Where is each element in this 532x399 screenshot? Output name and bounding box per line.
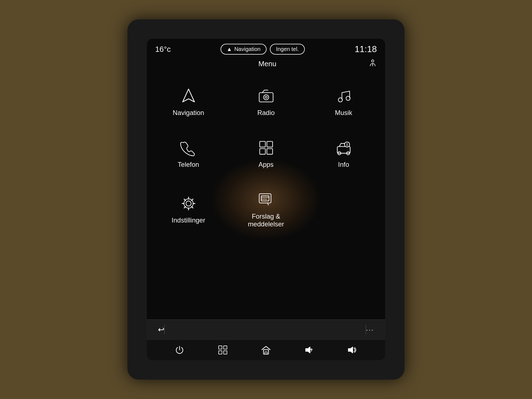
menu-item-info[interactable]: Info bbox=[308, 131, 380, 177]
menu-item-forslag[interactable]: Forslag & meddelelser bbox=[230, 182, 302, 236]
svg-point-4 bbox=[264, 95, 269, 100]
forslag-icon bbox=[257, 191, 275, 209]
nav-arrow-icon: ▲ bbox=[227, 46, 232, 52]
svg-marker-35 bbox=[348, 347, 353, 353]
home-button[interactable] bbox=[261, 345, 271, 355]
volume-up-button[interactable] bbox=[347, 345, 358, 355]
svg-marker-2 bbox=[183, 89, 195, 102]
radio-icon bbox=[257, 87, 275, 105]
navigation-label: Navigation bbox=[234, 46, 261, 52]
signal-icon bbox=[369, 59, 377, 69]
menu-title-row: Menu bbox=[147, 57, 385, 73]
telefon-item-label: Telefon bbox=[178, 161, 199, 168]
divider-left bbox=[164, 325, 165, 334]
indstillinger-item-label: Indstillinger bbox=[172, 216, 205, 224]
telefon-icon bbox=[180, 139, 198, 157]
svg-rect-27 bbox=[219, 346, 222, 349]
navigation-button[interactable]: ▲ Navigation bbox=[221, 44, 267, 55]
phone-label: Ingen tel. bbox=[276, 46, 299, 52]
navigation-item-label: Navigation bbox=[173, 109, 204, 117]
forslag-item-label: Forslag & meddelelser bbox=[248, 213, 284, 228]
status-bar: 16°c ▲ Navigation Ingen tel. 11:18 bbox=[147, 39, 385, 57]
musik-item-label: Musik bbox=[335, 109, 352, 117]
menu-item-radio[interactable]: Radio bbox=[230, 79, 302, 125]
more-options-icon[interactable]: ··· bbox=[366, 326, 374, 334]
menu-item-apps[interactable]: Apps bbox=[230, 131, 302, 177]
power-button[interactable] bbox=[174, 345, 185, 355]
info-item-label: Info bbox=[338, 161, 349, 168]
svg-rect-12 bbox=[260, 149, 265, 154]
svg-point-9 bbox=[346, 96, 350, 100]
menu-grid: Navigation Radio bbox=[147, 73, 385, 319]
menu-item-musik[interactable]: Musik bbox=[308, 79, 380, 125]
svg-rect-30 bbox=[224, 351, 227, 354]
indstillinger-icon bbox=[180, 195, 198, 213]
volume-down-button[interactable] bbox=[304, 345, 314, 355]
apps-item-label: Apps bbox=[259, 161, 274, 168]
svg-point-5 bbox=[265, 96, 267, 98]
apps-icon bbox=[257, 139, 275, 157]
svg-rect-3 bbox=[259, 93, 273, 102]
phone-button[interactable]: Ingen tel. bbox=[270, 44, 305, 55]
car-surround: 16°c ▲ Navigation Ingen tel. 11:18 Menu bbox=[127, 19, 405, 380]
svg-rect-11 bbox=[267, 141, 272, 147]
svg-rect-14 bbox=[337, 147, 350, 153]
svg-rect-10 bbox=[260, 141, 265, 147]
svg-marker-33 bbox=[306, 347, 310, 353]
menu-item-navigation[interactable]: Navigation bbox=[152, 79, 224, 125]
navigation-icon bbox=[180, 87, 198, 105]
bottom-bar: ↩ ··· bbox=[147, 319, 385, 339]
svg-rect-23 bbox=[261, 196, 269, 201]
musik-icon bbox=[335, 87, 353, 105]
screen: 16°c ▲ Navigation Ingen tel. 11:18 Menu bbox=[147, 39, 385, 360]
menu-item-indstillinger[interactable]: Indstillinger bbox=[152, 182, 224, 236]
clock: 11:18 bbox=[355, 44, 377, 54]
grid-button[interactable] bbox=[218, 345, 228, 355]
menu-title: Menu bbox=[166, 60, 369, 68]
menu-item-telefon[interactable]: Telefon bbox=[152, 131, 224, 177]
nav-bar bbox=[147, 339, 385, 360]
svg-point-21 bbox=[184, 199, 193, 208]
status-buttons: ▲ Navigation Ingen tel. bbox=[221, 44, 305, 55]
svg-point-19 bbox=[347, 143, 347, 144]
svg-rect-28 bbox=[224, 346, 227, 349]
svg-rect-29 bbox=[219, 351, 222, 354]
svg-rect-13 bbox=[267, 149, 272, 154]
radio-item-label: Radio bbox=[257, 109, 275, 117]
svg-point-8 bbox=[338, 98, 342, 102]
temperature: 16°c bbox=[155, 45, 171, 54]
back-icon[interactable]: ↩ bbox=[158, 325, 164, 334]
svg-point-0 bbox=[372, 60, 374, 62]
svg-point-20 bbox=[186, 201, 191, 206]
svg-line-6 bbox=[262, 90, 264, 93]
info-icon bbox=[335, 139, 353, 157]
